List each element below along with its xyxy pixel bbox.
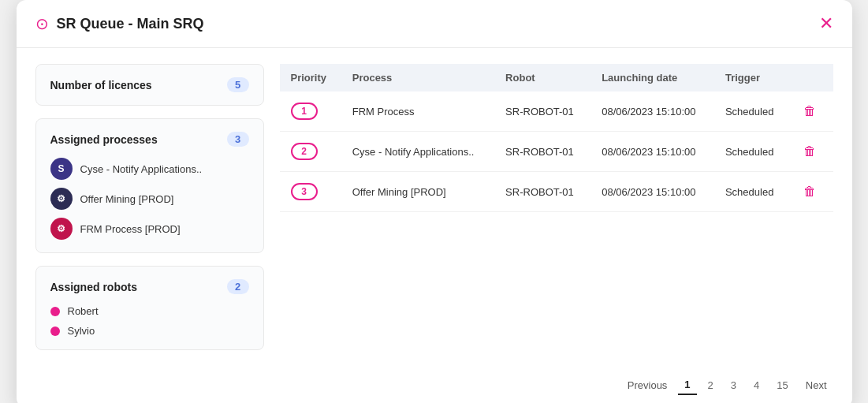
- list-item: S Cyse - Notify Applications..: [50, 158, 249, 180]
- modal-title: SR Queue - Main SRQ: [57, 16, 204, 32]
- pagination-next-button[interactable]: Next: [799, 376, 833, 394]
- col-header-trigger: Trigger: [714, 64, 789, 91]
- assigned-robots-header: Assigned robots 2: [50, 279, 249, 294]
- col-header-launching-date: Launching date: [590, 64, 714, 91]
- cell-process: Cyse - Notify Applications..: [341, 132, 494, 172]
- cell-process: FRM Process: [341, 91, 494, 132]
- cell-priority: 1: [280, 91, 341, 132]
- pagination-page-4-button[interactable]: 4: [747, 376, 766, 394]
- licences-count-badge: 5: [227, 77, 249, 92]
- table-header-row: Priority Process Robot Launching date Tr…: [280, 64, 833, 91]
- cell-launching-date: 08/06/2023 15:10:00: [590, 172, 714, 212]
- left-panel: Number of licences 5 Assigned processes …: [35, 64, 264, 350]
- assigned-processes-count-badge: 3: [227, 132, 249, 147]
- assigned-processes-list: S Cyse - Notify Applications.. ⚙ Offer M…: [50, 158, 249, 240]
- pagination-page-1-button[interactable]: 1: [678, 375, 696, 395]
- modal-title-area: ⊙ SR Queue - Main SRQ: [35, 14, 204, 33]
- delete-row-button[interactable]: 🗑: [800, 101, 819, 121]
- modal-footer: Previous 1 2 3 4 15 Next: [17, 366, 852, 403]
- assigned-robots-list: Robert Sylvio: [50, 305, 249, 337]
- assigned-processes-label: Assigned processes: [50, 133, 158, 146]
- cell-trigger: Scheduled: [714, 172, 789, 212]
- cell-priority: 2: [280, 132, 341, 172]
- col-header-actions: [789, 64, 833, 91]
- list-item: Sylvio: [50, 325, 249, 337]
- assigned-processes-header: Assigned processes 3: [50, 132, 249, 147]
- cell-priority: 3: [280, 172, 341, 212]
- cell-actions: 🗑: [789, 91, 833, 132]
- priority-badge: 2: [291, 143, 318, 160]
- process-name: FRM Process [PROD]: [80, 223, 181, 235]
- process-avatar: ⚙: [50, 218, 73, 240]
- assigned-processes-card: Assigned processes 3 S Cyse - Notify App…: [35, 118, 264, 253]
- delete-row-button[interactable]: 🗑: [800, 181, 819, 202]
- licences-label: Number of licences: [50, 79, 152, 91]
- col-header-priority: Priority: [280, 64, 341, 91]
- close-button[interactable]: ✕: [819, 15, 833, 32]
- process-avatar: S: [50, 158, 73, 180]
- cell-robot: SR-ROBOT-01: [494, 91, 590, 132]
- alert-circle-icon: ⊙: [35, 14, 49, 33]
- cell-launching-date: 08/06/2023 15:10:00: [590, 91, 714, 132]
- assigned-robots-count-badge: 2: [227, 279, 249, 294]
- list-item: Robert: [50, 305, 249, 317]
- modal-header: ⊙ SR Queue - Main SRQ ✕: [17, 0, 852, 48]
- cell-actions: 🗑: [789, 132, 833, 172]
- cell-trigger: Scheduled: [714, 91, 789, 132]
- licences-card: Number of licences 5: [35, 64, 264, 106]
- process-avatar: ⚙: [50, 188, 73, 210]
- assigned-robots-label: Assigned robots: [50, 281, 137, 293]
- cell-launching-date: 08/06/2023 15:10:00: [590, 132, 714, 172]
- col-header-robot: Robot: [494, 64, 590, 91]
- delete-row-button[interactable]: 🗑: [800, 141, 819, 162]
- robot-name: Robert: [68, 305, 99, 317]
- modal-container: ⊙ SR Queue - Main SRQ ✕ Number of licenc…: [17, 0, 852, 403]
- assigned-robots-card: Assigned robots 2 Robert Sylvio: [35, 266, 264, 350]
- process-name: Cyse - Notify Applications..: [80, 163, 203, 175]
- robot-name: Sylvio: [68, 325, 95, 337]
- priority-badge: 1: [291, 103, 318, 120]
- process-name: Offer Mining [PROD]: [80, 193, 174, 205]
- cell-actions: 🗑: [789, 172, 833, 212]
- cell-process: Offer Mining [PROD]: [341, 172, 494, 212]
- queue-table: Priority Process Robot Launching date Tr…: [280, 64, 833, 212]
- cell-robot: SR-ROBOT-01: [494, 132, 590, 172]
- table-row: 1 FRM Process SR-ROBOT-01 08/06/2023 15:…: [280, 91, 833, 132]
- robot-status-dot: [50, 307, 60, 316]
- pagination-page-2-button[interactable]: 2: [702, 376, 720, 394]
- priority-badge: 3: [291, 183, 318, 200]
- col-header-process: Process: [341, 64, 494, 91]
- table-row: 3 Offer Mining [PROD] SR-ROBOT-01 08/06/…: [280, 172, 833, 212]
- table-row: 2 Cyse - Notify Applications.. SR-ROBOT-…: [280, 132, 833, 172]
- cell-robot: SR-ROBOT-01: [494, 172, 590, 212]
- robot-status-dot: [50, 327, 60, 336]
- list-item: ⚙ FRM Process [PROD]: [50, 218, 249, 240]
- pagination-page-15-button[interactable]: 15: [770, 376, 794, 394]
- right-panel: Priority Process Robot Launching date Tr…: [280, 64, 833, 350]
- cell-trigger: Scheduled: [714, 132, 789, 172]
- list-item: ⚙ Offer Mining [PROD]: [50, 188, 249, 210]
- modal-body: Number of licences 5 Assigned processes …: [17, 48, 852, 366]
- pagination-previous-button[interactable]: Previous: [621, 376, 674, 394]
- licences-card-header: Number of licences 5: [50, 77, 249, 92]
- pagination-page-3-button[interactable]: 3: [725, 376, 743, 394]
